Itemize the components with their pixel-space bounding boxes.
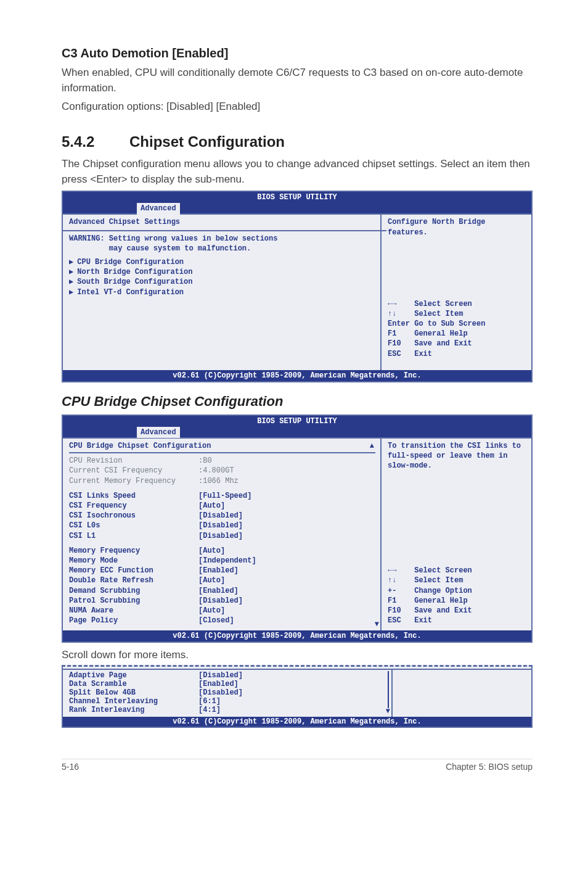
menu-item-north-bridge[interactable]: ▶North Bridge Configuration	[69, 267, 375, 277]
bios-tabrow: Advanced	[63, 427, 531, 437]
key-select-item: ↑↓ Select Item	[388, 309, 526, 319]
info-cpu-revision: CPU Revision:B0	[69, 456, 375, 466]
opt-patrol-scrubbing[interactable]: Patrol Scrubbing[Disabled]	[69, 596, 375, 606]
key-select-screen: ←→ Select Screen	[388, 566, 526, 576]
opt-adaptive-page[interactable]: Adaptive Page[Disabled]	[69, 671, 386, 680]
heading-542-number: 5.4.2	[62, 133, 129, 151]
opt-data-scramble[interactable]: Data Scramble[Enabled]	[69, 680, 386, 688]
scroll-note: Scroll down for more items.	[62, 649, 533, 661]
info-csi-freq: Current CSI Frequency:4.800GT	[69, 466, 375, 476]
bios-left-panel: CPU Bridge Chipset Configuration ▲ CPU R…	[63, 439, 382, 630]
bios-footer: v02.61 (C)Copyright 1985-2009, American …	[63, 630, 531, 642]
opt-channel-interleaving[interactable]: Channel Interleaving[6:1]	[69, 697, 386, 706]
opt-csi-l0s[interactable]: CSI L0s[Disabled]	[69, 521, 375, 530]
tab-advanced[interactable]: Advanced	[137, 427, 180, 438]
help-text: Configure North Bridge features.	[388, 217, 526, 237]
bios-right-panel	[393, 670, 531, 717]
page-footer: 5-16 Chapter 5: BIOS setup	[62, 759, 533, 772]
opt-demand-scrubbing[interactable]: Demand Scrubbing[Enabled]	[69, 586, 375, 596]
triangle-right-icon: ▶	[69, 258, 73, 266]
key-f10: F10 Save and Exit	[388, 339, 526, 349]
menu-item-south-bridge[interactable]: ▶South Bridge Configuration	[69, 277, 375, 287]
cpu-bridge-heading: CPU Bridge Chipset Configuration ▲	[69, 441, 375, 453]
bios-footer: v02.61 (C)Copyright 1985-2009, American …	[63, 370, 531, 381]
bios-tabrow: Advanced	[63, 203, 531, 213]
warning-line-1: WARNING: Setting wrong values in below s…	[69, 234, 375, 244]
bios-left-panel: Advanced Chipset Settings WARNING: Setti…	[63, 215, 382, 369]
dashed-divider-icon	[62, 665, 533, 667]
key-select-screen: ←→ Select Screen	[388, 299, 526, 309]
bios-screen-continuation: Adaptive Page[Disabled] Data Scramble[En…	[62, 665, 533, 728]
scroll-down-icon: ▼	[375, 619, 379, 629]
heading-542-title: Chipset Configuration	[129, 133, 285, 150]
para-542: The Chipset configuration menu allows yo…	[62, 157, 533, 187]
bios-screen-acs: BIOS SETUP UTILITY Advanced Advanced Chi…	[62, 191, 533, 382]
opt-double-rate-refresh[interactable]: Double Rate Refresh[Auto]	[69, 576, 375, 585]
opt-numa-aware[interactable]: NUMA Aware[Auto]	[69, 606, 375, 616]
key-legend: ←→ Select Screen ↑↓ Select Item Enter Go…	[388, 299, 526, 365]
para-c3-2: Configuration options: [Disabled] [Enabl…	[62, 99, 533, 115]
triangle-right-icon: ▶	[69, 268, 73, 276]
chapter-label: Chapter 5: BIOS setup	[446, 762, 533, 772]
acs-heading: Advanced Chipset Settings	[69, 217, 375, 227]
opt-memory-mode[interactable]: Memory Mode[Independent]	[69, 556, 375, 566]
opt-csi-links-speed[interactable]: CSI Links Speed[Full-Speed]	[69, 491, 375, 501]
tab-advanced[interactable]: Advanced	[137, 203, 180, 214]
bios-footer: v02.61 (C)Copyright 1985-2009, American …	[63, 717, 531, 727]
bios-screen-cpu-bridge: BIOS SETUP UTILITY Advanced CPU Bridge C…	[62, 415, 533, 643]
scroll-down-icon: ▼	[386, 707, 390, 716]
key-f1: F1 General Help	[388, 329, 526, 339]
help-text: To transition the CSI links to full-spee…	[388, 441, 526, 471]
menu-item-cpu-bridge[interactable]: ▶CPU Bridge Configuration	[69, 257, 375, 267]
warning-line-2: may cause system to malfunction.	[69, 244, 375, 254]
heading-542: 5.4.2Chipset Configuration	[62, 133, 533, 151]
triangle-right-icon: ▶	[69, 278, 73, 286]
heading-cpu-bridge: CPU Bridge Chipset Configuration	[62, 394, 533, 410]
opt-csi-isochronous[interactable]: CSI Isochronous[Disabled]	[69, 511, 375, 521]
opt-page-policy[interactable]: Page Policy[Closed]	[69, 616, 375, 625]
opt-csi-frequency[interactable]: CSI Frequency[Auto]	[69, 501, 375, 511]
bios-right-panel: To transition the CSI links to full-spee…	[382, 439, 531, 630]
key-f10: F10 Save and Exit	[388, 606, 526, 616]
heading-c3: C3 Auto Demotion [Enabled]	[62, 46, 533, 60]
opt-split-below-4gb[interactable]: Split Below 4GB[Disabled]	[69, 688, 386, 697]
page-number: 5-16	[62, 762, 79, 772]
key-f1: F1 General Help	[388, 596, 526, 606]
key-change-option: +- Change Option	[388, 586, 526, 596]
key-select-item: ↑↓ Select Item	[388, 576, 526, 585]
scrollbar-mark	[388, 671, 389, 708]
key-esc: ESC Exit	[388, 349, 526, 359]
triangle-right-icon: ▶	[69, 288, 73, 297]
bios-right-panel: Configure North Bridge features. ←→ Sele…	[382, 215, 531, 369]
opt-rank-interleaving[interactable]: Rank Interleaving[4:1]	[69, 706, 386, 714]
bios-title: BIOS SETUP UTILITY	[63, 192, 531, 203]
opt-memory-frequency[interactable]: Memory Frequency[Auto]	[69, 546, 375, 556]
key-enter: Enter Go to Sub Screen	[388, 319, 526, 329]
info-mem-freq: Current Memory Frequency:1066 Mhz	[69, 476, 375, 486]
key-legend: ←→ Select Screen ↑↓ Select Item +- Chang…	[388, 566, 526, 625]
opt-memory-ecc[interactable]: Memory ECC Function[Enabled]	[69, 566, 375, 576]
bios-title: BIOS SETUP UTILITY	[63, 416, 531, 427]
para-c3-1: When enabled, CPU will conditionally dem…	[62, 65, 533, 96]
menu-item-intel-vtd[interactable]: ▶Intel VT-d Configuration	[69, 287, 375, 297]
opt-csi-l1[interactable]: CSI L1[Disabled]	[69, 531, 375, 541]
bios-left-panel: Adaptive Page[Disabled] Data Scramble[En…	[63, 670, 393, 717]
scroll-up-icon: ▲	[370, 441, 374, 451]
key-esc: ESC Exit	[388, 616, 526, 625]
